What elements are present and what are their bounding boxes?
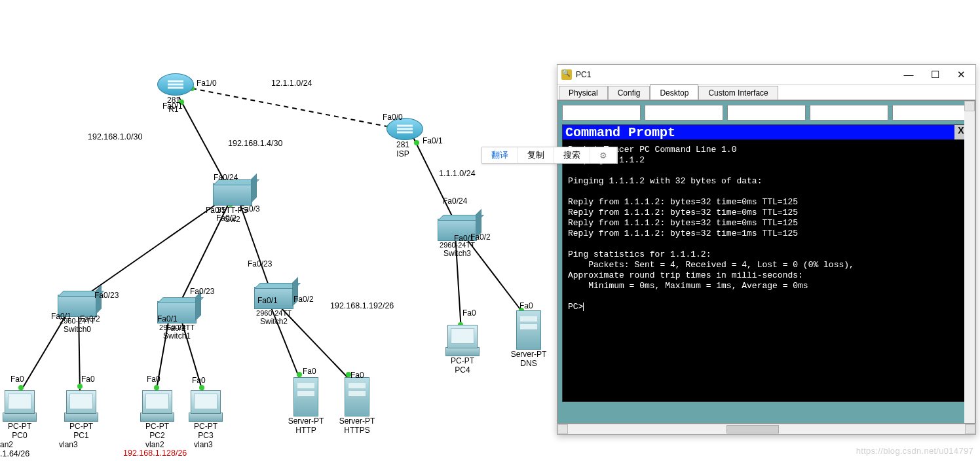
tab-custom[interactable]: Custom Interface — [698, 86, 778, 100]
tab-desktop[interactable]: Desktop — [650, 84, 698, 100]
vlan-lbl: vlan3 — [59, 440, 78, 449]
ctx-copy[interactable]: 复制 — [518, 147, 554, 163]
cmd-titlebar[interactable]: Command Prompt X — [563, 125, 970, 139]
port-lbl: Fa0/23 — [190, 287, 214, 296]
port-lbl: Fa0/3 — [240, 204, 260, 213]
desk-app[interactable] — [727, 105, 806, 120]
port-lbl: Fa0/2 — [166, 323, 186, 333]
cmd-title: Command Prompt — [565, 125, 954, 139]
scroll-thumb[interactable] — [726, 425, 779, 433]
ctx-settings-icon[interactable] — [590, 147, 617, 163]
text-cursor — [583, 303, 584, 311]
port-lbl: Fa0/24 — [214, 173, 238, 182]
port-lbl: Fa0 — [462, 308, 476, 318]
server-dns[interactable]: Server-PT DNS — [506, 310, 552, 368]
tab-config[interactable]: Config — [608, 86, 650, 100]
router-isp[interactable]: 281 ISP — [386, 118, 419, 158]
ctx-search[interactable]: 搜索 — [554, 147, 590, 163]
pc3[interactable]: PC-PT PC3 — [186, 390, 225, 440]
svg-line-0 — [192, 88, 397, 128]
port-lbl: Fa0 — [303, 367, 316, 376]
pc2[interactable]: PC-PT PC2 — [138, 390, 177, 440]
subnet-lbl: 12.1.1.0/24 — [271, 79, 312, 88]
pc1[interactable]: PC-PT PC1 — [62, 390, 101, 440]
port-lbl: Fa0/1 — [162, 101, 183, 111]
command-prompt-window: Command Prompt X Packet Tracer PC Comman… — [562, 124, 971, 402]
desktop-panel: Command Prompt X Packet Tracer PC Comman… — [557, 100, 975, 424]
port-lbl: Fa0 — [350, 371, 364, 380]
close-button[interactable]: ✕ — [948, 65, 974, 84]
desk-app[interactable] — [562, 105, 641, 120]
port-lbl: Fa0/23 — [248, 259, 272, 268]
desk-app[interactable] — [645, 105, 723, 120]
desk-app[interactable] — [810, 105, 888, 120]
svg-point-34 — [18, 385, 24, 390]
subnet-lbl: .1.64/26 — [0, 449, 29, 458]
port-lbl: Fa0/1 — [257, 296, 278, 305]
subnet-lbl: 192.168.1.192/26 — [330, 301, 394, 310]
svg-point-35 — [77, 384, 83, 389]
port-lbl: Fa0 — [519, 301, 533, 310]
sw2b-model: 2960-24TT — [249, 309, 299, 317]
sw3-name: Switch3 — [432, 249, 482, 258]
tabs: Physical Config Desktop Custom Interface — [557, 84, 975, 100]
watermark: https://blog.csdn.net/u014797 — [856, 446, 973, 456]
subnet-lbl: 192.168.1.0/30 — [88, 132, 142, 141]
vlan-lbl: vlan2 — [145, 440, 164, 449]
context-menu: 翻译 复制 搜索 — [481, 147, 618, 164]
vlan-lbl: vlan3 — [194, 440, 213, 449]
titlebar[interactable]: PC1 — ☐ ✕ — [557, 65, 975, 84]
port-lbl: Fa0/2 — [470, 232, 491, 242]
port-lbl: Fa0 — [192, 376, 206, 385]
isp-model: 281 — [386, 140, 419, 149]
port-lbl: Fa0/23 — [94, 291, 119, 300]
network-topology[interactable]: 281 R1 281 ISP 35TT-PS Sw2 2960-24TT Swi… — [0, 0, 557, 461]
app-icon — [561, 69, 572, 80]
pc0[interactable]: PC-PT PC0 — [0, 390, 39, 440]
cmd-output[interactable]: Packet Tracer PC Command Line 1.0 PC>pin… — [563, 139, 970, 401]
port-lbl: Fa0/1 — [157, 314, 178, 323]
minimize-button[interactable]: — — [895, 65, 922, 84]
port-lbl: Fa1/0 — [197, 79, 217, 88]
desktop-app-strip — [562, 105, 971, 120]
port-lbl: Fa0 — [147, 375, 160, 384]
server-http[interactable]: Server-PT HTTP — [283, 377, 329, 435]
server-https[interactable]: Server-PT HTTPS — [334, 377, 380, 435]
port-lbl: Fa0/1 — [51, 312, 71, 321]
sw0-name: Switch0 — [52, 325, 102, 334]
subnet-lbl: 192.168.1.4/30 — [228, 139, 282, 148]
port-lbl: Fa0/2 — [216, 213, 236, 223]
scroll-left-icon[interactable] — [557, 424, 568, 434]
switch-sw2b[interactable]: 2960-24TT Switch2 — [249, 287, 299, 326]
port-lbl: Fa0/24 — [443, 196, 467, 206]
pc1-window[interactable]: PC1 — ☐ ✕ Physical Config Desktop Custom… — [557, 64, 976, 435]
subnet-lbl: 192.168.1.128/26 — [123, 449, 187, 458]
pc4[interactable]: PC-PT PC4 — [443, 325, 482, 375]
window-title: PC1 — [576, 70, 895, 79]
port-lbl: Fa0/2 — [80, 314, 100, 323]
ctx-translate[interactable]: 翻译 — [482, 147, 518, 163]
port-lbl: Fa0/1 — [423, 136, 443, 145]
svg-point-36 — [154, 385, 159, 390]
scrollbar-h[interactable] — [557, 424, 975, 434]
vlan-lbl: an2 — [0, 440, 13, 449]
scroll-right-icon[interactable] — [965, 424, 975, 434]
desk-app[interactable] — [892, 105, 971, 120]
maximize-button[interactable]: ☐ — [922, 65, 948, 84]
isp-name: ISP — [386, 149, 419, 158]
port-lbl: Fa0 — [10, 375, 24, 384]
subnet-lbl: 1.1.1.0/24 — [439, 169, 476, 178]
tab-physical[interactable]: Physical — [559, 86, 608, 100]
svg-point-37 — [199, 385, 204, 390]
svg-point-38 — [297, 372, 302, 377]
port-lbl: Fa0/2 — [293, 295, 314, 304]
scrollbar-v[interactable] — [964, 101, 975, 423]
sw1-name: Switch1 — [152, 331, 202, 341]
port-lbl: Fa0 — [81, 375, 95, 384]
port-lbl: Fa0/0 — [383, 113, 403, 122]
sw2b-name: Switch2 — [249, 317, 299, 326]
